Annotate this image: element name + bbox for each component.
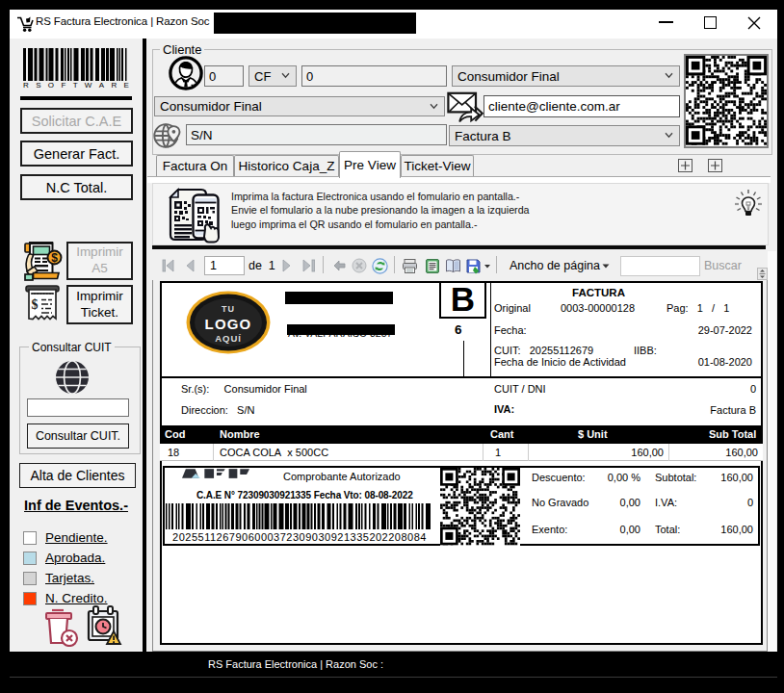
svg-text:TU: TU [222, 304, 235, 314]
svg-text:AQUÍ: AQUÍ [215, 333, 242, 344]
svg-text:$: $ [32, 297, 39, 312]
svg-text:LOGO: LOGO [205, 316, 252, 332]
svg-text:$: $ [51, 251, 58, 265]
